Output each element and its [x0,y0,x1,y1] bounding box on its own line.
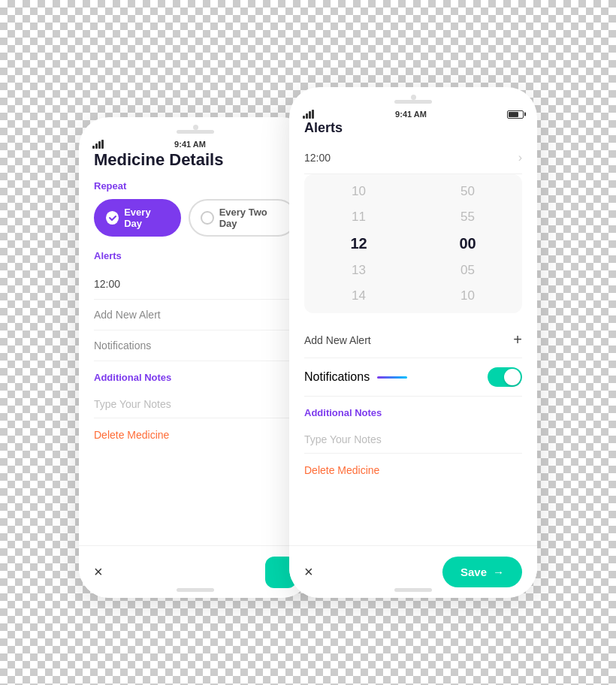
hour-11[interactable]: 11 [304,206,413,228]
notifications-row-1[interactable]: Notifications [94,330,297,361]
alert-time-row-1[interactable]: 12:00 [94,269,297,300]
time-1: 9:41 AM [174,140,206,149]
hour-10[interactable]: 10 [304,180,413,203]
alerts-label-1: Alerts [94,250,297,261]
content-area-2: Alerts 12:00 › 10 11 12 13 14 50 55 00 [289,120,537,556]
save-btn-2[interactable]: Save → [442,557,522,587]
save-label-2: Save [460,566,487,578]
svg-rect-6 [309,111,311,119]
notifications-row-2[interactable]: Notifications [304,358,522,397]
speaker-2 [394,100,432,104]
content-area-1: Medicine Details Repeat Every Day Every … [79,150,312,556]
min-00[interactable]: 00 [413,231,522,256]
hour-14[interactable]: 14 [304,285,413,307]
notes-label-2: Additional Notes [304,407,522,418]
svg-rect-4 [303,116,305,119]
signal-area-2 [303,110,315,119]
status-bar-1: 9:41 AM [79,137,312,150]
add-alert-row-1[interactable]: Add New Alert [94,300,297,330]
hours-col: 10 11 12 13 14 [304,180,413,307]
every-two-day-btn[interactable]: Every Two Day [189,199,297,237]
notifications-label-1: Notifications [94,339,151,352]
every-two-day-label: Every Two Day [219,207,285,229]
svg-rect-2 [98,141,101,149]
min-55[interactable]: 55 [413,206,522,228]
add-alert-label-2: Add New Alert [304,334,371,346]
phone-2: 9:41 AM Alerts 12:00 › 10 11 12 13 14 [289,87,537,598]
hour-13[interactable]: 13 [304,259,413,282]
plus-icon-2: + [513,331,522,349]
alert-time-row-2[interactable]: 12:00 › [304,142,522,174]
page-title-1: Medicine Details [94,150,297,170]
camera-dot-2 [411,95,416,100]
speaker-1 [177,130,214,134]
check-icon [108,213,117,222]
time-picker-2[interactable]: 10 11 12 13 14 50 55 00 05 10 [304,174,522,313]
delete-btn-1[interactable]: Delete Medicine [94,418,297,451]
close-btn-2[interactable]: × [304,563,313,581]
signal-icon-1 [92,140,104,149]
repeat-options-1: Every Day Every Two Day [94,199,297,237]
notif-label-area: Notifications [304,370,407,384]
notes-input-2[interactable]: Type Your Notes [304,426,522,454]
battery-icon-2 [507,110,524,119]
every-day-btn[interactable]: Every Day [94,199,181,237]
check-circle [106,211,119,225]
minutes-col: 50 55 00 05 10 [413,180,522,307]
signal-area-1 [92,140,104,149]
alert-time-2: 12:00 [304,152,331,164]
alerts-title-2: Alerts [304,120,522,136]
add-alert-row-2[interactable]: Add New Alert + [304,322,522,358]
notes-label-1: Additional Notes [94,372,297,383]
phone-1: 9:41 AM Medicine Details Repeat Every Da… [79,117,312,598]
status-bar-2: 9:41 AM [289,107,537,120]
repeat-label-1: Repeat [94,180,297,192]
notes-input-1[interactable]: Type Your Notes [94,391,297,418]
hour-12[interactable]: 12 [304,231,413,256]
alert-time-1: 12:00 [94,278,120,290]
delete-btn-2[interactable]: Delete Medicine [304,454,522,487]
svg-rect-7 [312,110,314,119]
notifications-label-2: Notifications [304,370,370,384]
phone-2-top [289,87,537,107]
home-indicator-2 [394,588,432,592]
min-10[interactable]: 10 [413,285,522,307]
min-05[interactable]: 05 [413,259,522,282]
toggle-2[interactable] [488,367,522,387]
every-day-label: Every Day [124,207,169,229]
battery-fill-2 [509,112,518,117]
close-btn-1[interactable]: × [94,563,103,581]
svg-rect-0 [92,146,95,149]
add-alert-label-1: Add New Alert [94,309,161,321]
signal-icon-2 [303,110,315,119]
svg-rect-3 [101,140,104,149]
min-50[interactable]: 50 [413,180,522,203]
chevron-icon-2: › [518,151,522,164]
svg-rect-1 [95,143,98,149]
scene: 9:41 AM Medicine Details Repeat Every Da… [79,87,537,598]
toggle-knob-2 [504,369,521,385]
time-2: 9:41 AM [395,110,427,119]
save-arrow-2: → [493,566,504,578]
camera-dot-1 [193,125,198,130]
radio-circle [201,211,213,225]
phone-1-top [79,117,312,137]
svg-rect-5 [306,113,308,119]
notif-line [377,376,407,379]
home-indicator-1 [177,588,214,592]
